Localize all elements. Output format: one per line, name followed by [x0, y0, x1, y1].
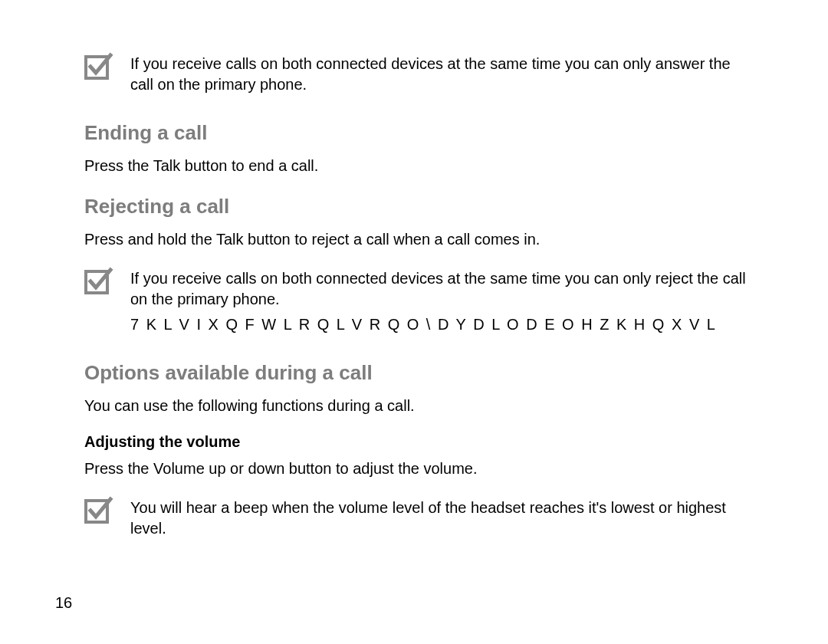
note-block: If you receive calls on both connected d…: [84, 267, 755, 340]
checkmark-box-icon: [84, 267, 113, 296]
subheading-adjusting-volume: Adjusting the volume: [84, 433, 755, 451]
body-text: Press and hold the Talk button to reject…: [84, 229, 755, 250]
checkmark-box-icon: [84, 496, 113, 525]
body-text: You can use the following functions duri…: [84, 396, 755, 416]
section-heading-rejecting-call: Rejecting a call: [84, 195, 755, 219]
section-heading-options-during-call: Options available during a call: [84, 361, 755, 385]
note-text: If you receive calls on both connected d…: [130, 267, 755, 340]
note-text: If you receive calls on both connected d…: [130, 52, 755, 100]
body-text: Press the Volume up or down button to ad…: [84, 458, 755, 479]
section-heading-ending-call: Ending a call: [84, 121, 755, 145]
body-text: Press the Talk button to end a call.: [84, 156, 755, 176]
checkmark-box-icon: [84, 52, 113, 81]
note-text: You will hear a beep when the volume lev…: [130, 496, 755, 544]
garbled-text: 7 K L V I X Q F W L R Q L V R Q O \ D Y …: [130, 314, 755, 335]
note-block: If you receive calls on both connected d…: [84, 52, 755, 100]
note-block: You will hear a beep when the volume lev…: [84, 496, 755, 544]
page-number: 16: [55, 594, 72, 612]
